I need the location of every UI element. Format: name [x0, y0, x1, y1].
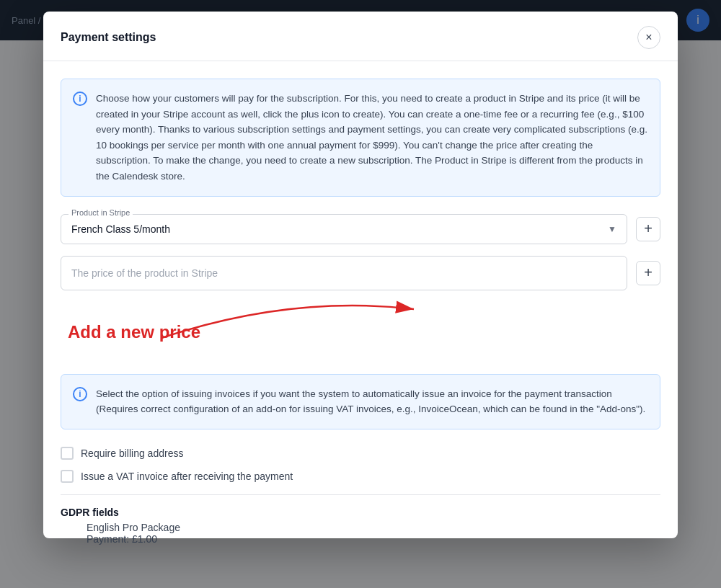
billing-address-row: Require billing address: [61, 447, 660, 460]
price-field-wrapper: The price of the product in Stripe: [61, 256, 627, 290]
gdpr-title: GDPR fields: [61, 507, 660, 518]
price-row: The price of the product in Stripe +: [61, 256, 660, 290]
modal-body: i Choose how your customers will pay for…: [43, 61, 678, 538]
modal-overlay: Payment settings × i Choose how your cus…: [0, 0, 721, 588]
vat-invoice-label: Issue a VAT invoice after receiving the …: [81, 471, 293, 482]
price-annotation-area: The price of the product in Stripe +: [61, 256, 660, 360]
product-field-wrapper: Product in Stripe French Class 5/month ▼: [61, 214, 627, 244]
add-product-button[interactable]: +: [636, 217, 660, 241]
bg-list: English Pro Package Payment: £1.00: [87, 522, 180, 545]
info-icon-2: i: [73, 387, 87, 401]
gdpr-section: GDPR fields: [61, 507, 660, 518]
payment-settings-modal: Payment settings × i Choose how your cus…: [43, 12, 678, 538]
product-field-label: Product in Stripe: [68, 208, 133, 217]
billing-address-label: Require billing address: [81, 447, 183, 459]
price-placeholder: The price of the product in Stripe: [71, 267, 218, 279]
bg-list-item-1: English Pro Package: [87, 522, 180, 533]
annotation-label: Add a new price: [68, 322, 200, 342]
bg-list-item-2: Payment: £1.00: [87, 533, 180, 545]
modal-title: Payment settings: [61, 31, 156, 44]
add-price-button[interactable]: +: [636, 261, 660, 285]
billing-address-checkbox[interactable]: [61, 447, 74, 460]
info-icon-1: i: [73, 92, 87, 106]
annotation-text: Add a new price: [68, 322, 200, 342]
modal-header: Payment settings ×: [43, 12, 678, 61]
info-text-2: Select the option of issuing invoices if…: [96, 386, 648, 417]
product-select[interactable]: French Class 5/month: [71, 220, 616, 238]
vat-invoice-row: Issue a VAT invoice after receiving the …: [61, 470, 660, 483]
info-box-2: i Select the option of issuing invoices …: [61, 374, 660, 429]
info-text-1: Choose how your customers will pay for t…: [96, 91, 648, 184]
close-button[interactable]: ×: [637, 26, 660, 49]
info-box-1: i Choose how your customers will pay for…: [61, 79, 660, 197]
section-divider: [61, 494, 660, 495]
vat-invoice-checkbox[interactable]: [61, 470, 74, 483]
product-row: Product in Stripe French Class 5/month ▼…: [61, 214, 660, 244]
